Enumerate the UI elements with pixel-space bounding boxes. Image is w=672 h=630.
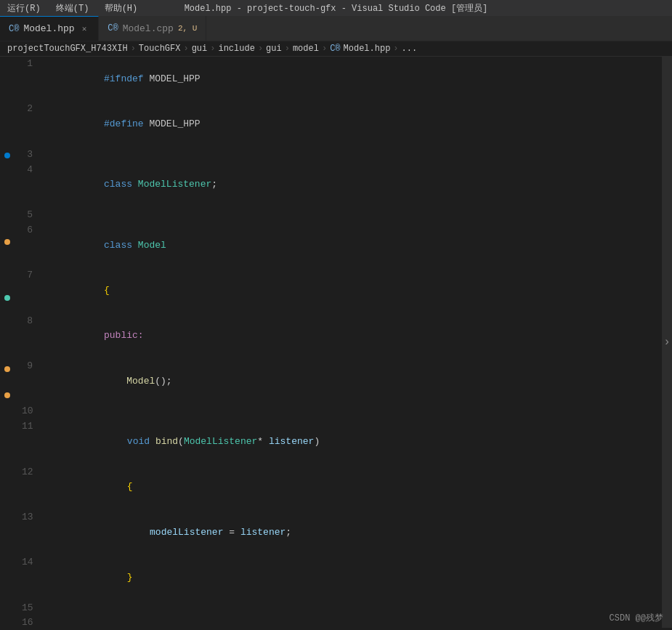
window-title: Model.hpp - project-touch-gfx - Visual S… bbox=[185, 2, 488, 15]
editor-container: 1 #ifndef MODEL_HPP 2 #define MODEL_HPP … bbox=[0, 57, 672, 628]
breadcrumb-part-5[interactable]: model bbox=[293, 44, 319, 54]
code-line-10: 10 bbox=[22, 404, 655, 419]
tab-label-model-hpp: Model.hpp bbox=[23, 23, 74, 34]
breadcrumb-part-4[interactable]: gui bbox=[266, 44, 282, 54]
breadcrumb-part-2[interactable]: gui bbox=[192, 44, 208, 54]
line-num-5: 5 bbox=[22, 208, 47, 223]
margin-indicator-1 bbox=[4, 153, 10, 158]
breadcrumb-sep-5: › bbox=[322, 44, 327, 54]
line-content-11: void bind(ModelListener* listener) bbox=[48, 419, 320, 464]
breadcrumb-file-icon: C® bbox=[330, 44, 340, 54]
line-content-15 bbox=[48, 601, 54, 616]
line-content-16: void tick(); bbox=[48, 615, 195, 628]
tab-label-model-cpp: Model.cpp bbox=[123, 23, 174, 34]
line-content-8: public: bbox=[47, 314, 144, 359]
breadcrumb-sep-3: › bbox=[258, 44, 263, 54]
margin-indicator-4 bbox=[4, 366, 10, 372]
line-num-15: 15 bbox=[22, 601, 48, 616]
cpp-file-icon: C® bbox=[9, 24, 19, 34]
line-num-11: 11 bbox=[22, 419, 48, 435]
breadcrumb-sep-0: › bbox=[131, 44, 136, 54]
left-margin bbox=[0, 57, 15, 628]
code-line-9: 9 Model(); bbox=[22, 359, 655, 404]
line-content-12: { bbox=[48, 465, 133, 510]
line-content-3 bbox=[47, 148, 53, 163]
breadcrumb-part-1[interactable]: TouchGFX bbox=[139, 44, 181, 54]
code-line-4: 4 class ModelListener; bbox=[22, 163, 655, 208]
code-line-13: 13 modelListener = listener; bbox=[22, 510, 655, 555]
code-line-16: 16 void tick(); bbox=[22, 615, 655, 628]
line-num-14: 14 bbox=[22, 555, 48, 570]
line-num-13: 13 bbox=[22, 510, 48, 525]
breadcrumb-sep-1: › bbox=[183, 44, 188, 54]
breadcrumb-part-7[interactable]: ... bbox=[402, 44, 418, 54]
line-content-7: { bbox=[47, 268, 110, 313]
breadcrumb: projectTouchGFX_H743XIH › TouchGFX › gui… bbox=[0, 41, 672, 57]
margin-indicator-2 bbox=[4, 239, 10, 245]
line-num-1: 1 bbox=[22, 57, 47, 72]
line-content-5 bbox=[47, 208, 53, 223]
line-content-13: modelListener = listener; bbox=[48, 510, 292, 555]
line-num-8: 8 bbox=[22, 314, 47, 329]
line-content-2: #define MODEL_HPP bbox=[47, 102, 201, 147]
menu-help[interactable]: 帮助(H) bbox=[105, 4, 138, 14]
breadcrumb-part-3[interactable]: include bbox=[218, 44, 254, 54]
tab-model-hpp[interactable]: C® Model.hpp ✕ bbox=[0, 16, 99, 41]
editor-inner: 1 #ifndef MODEL_HPP 2 #define MODEL_HPP … bbox=[15, 57, 672, 628]
code-line-6: 6 class Model bbox=[22, 223, 655, 268]
breadcrumb-sep-4: › bbox=[285, 44, 290, 54]
tab-model-cpp[interactable]: C® Model.cpp 2, U bbox=[99, 16, 206, 41]
line-num-9: 9 bbox=[22, 359, 47, 374]
line-content-9: Model(); bbox=[47, 359, 172, 404]
line-num-16: 16 bbox=[22, 615, 48, 628]
line-num-4: 4 bbox=[22, 163, 47, 178]
code-line-14: 14 } bbox=[22, 555, 655, 600]
code-line-5: 5 bbox=[22, 208, 655, 223]
code-line-3: 3 bbox=[22, 148, 655, 163]
chevron-right-icon[interactable]: › bbox=[663, 336, 671, 349]
code-line-8: 8 public: bbox=[22, 314, 655, 359]
breadcrumb-part-0[interactable]: projectTouchGFX_H743XIH bbox=[7, 44, 128, 54]
margin-indicator-5 bbox=[4, 392, 10, 398]
line-num-12: 12 bbox=[22, 465, 48, 480]
code-line-2: 2 #define MODEL_HPP bbox=[22, 102, 655, 147]
title-bar: 运行(R) 终端(T) 帮助(H) Model.hpp - project-to… bbox=[0, 0, 672, 16]
line-num-6: 6 bbox=[22, 223, 47, 238]
line-content-1: #ifndef MODEL_HPP bbox=[47, 57, 201, 102]
tab-close-model-hpp[interactable]: ✕ bbox=[79, 23, 90, 35]
code-editor[interactable]: 1 #ifndef MODEL_HPP 2 #define MODEL_HPP … bbox=[15, 57, 662, 628]
menu-terminal[interactable]: 终端(T) bbox=[56, 4, 89, 14]
line-num-7: 7 bbox=[22, 268, 47, 283]
code-line-11: 11 void bind(ModelListener* listener) bbox=[22, 419, 655, 464]
tab-bar: C® Model.hpp ✕ C® Model.cpp 2, U bbox=[0, 16, 672, 41]
margin-indicator-3 bbox=[4, 295, 10, 301]
line-content-14: } bbox=[48, 555, 133, 600]
breadcrumb-sep-6: › bbox=[393, 44, 398, 54]
right-panel[interactable]: › bbox=[662, 57, 672, 628]
breadcrumb-part-6[interactable]: Model.hpp bbox=[344, 44, 391, 54]
line-content-4: class ModelListener; bbox=[47, 163, 217, 208]
menu-run[interactable]: 运行(R) bbox=[7, 4, 41, 14]
code-line-12: 12 { bbox=[22, 465, 655, 510]
line-content-10 bbox=[48, 404, 54, 419]
code-line-15: 15 bbox=[22, 601, 655, 616]
breadcrumb-sep-2: › bbox=[210, 44, 215, 54]
line-num-2: 2 bbox=[22, 102, 47, 117]
watermark: CSDN @@残梦 bbox=[610, 612, 663, 624]
code-line-1: 1 #ifndef MODEL_HPP bbox=[22, 57, 655, 102]
cpp-file-icon2: C® bbox=[108, 23, 118, 33]
line-num-10: 10 bbox=[22, 404, 48, 419]
tab-modified-badge: 2, U bbox=[178, 24, 197, 33]
line-content-6: class Model bbox=[47, 223, 166, 268]
code-line-7: 7 { bbox=[22, 268, 655, 313]
line-num-3: 3 bbox=[22, 148, 47, 163]
